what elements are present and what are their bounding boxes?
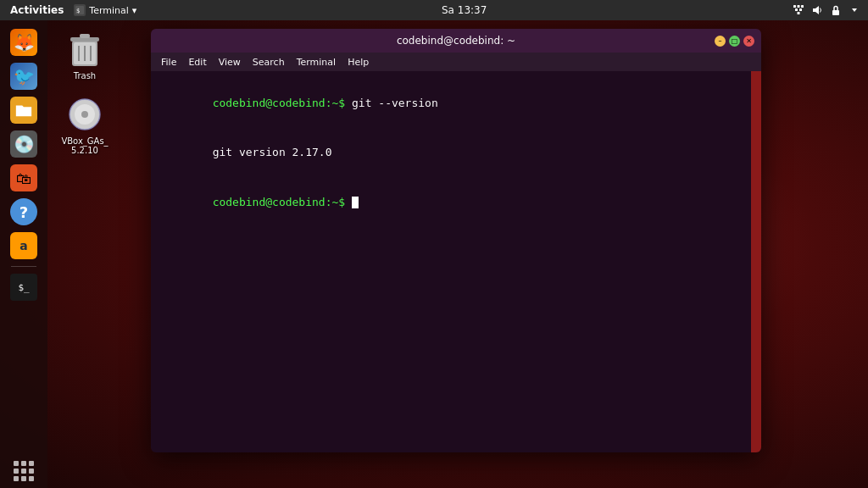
amazon-icon: a	[10, 232, 37, 259]
menu-terminal[interactable]: Terminal	[292, 55, 342, 69]
terminal-scrollbar[interactable]	[751, 71, 761, 452]
terminal-line-3: codebind@codebind:~$	[159, 177, 753, 227]
terminal-cursor	[352, 197, 359, 208]
svg-rect-14	[80, 34, 90, 38]
window-buttons: – □ ✕	[715, 36, 754, 47]
terminal-taskbar-label: Terminal	[89, 5, 129, 16]
menu-search[interactable]: Search	[248, 55, 290, 69]
dock-item-email[interactable]: 🐦	[7, 61, 41, 92]
dock-item-terminal[interactable]: $_	[7, 272, 41, 302]
dock-item-firefox[interactable]	[7, 27, 41, 58]
desktop-icon-trash[interactable]: Trash	[51, 25, 119, 84]
terminal-menubar: File Edit View Search Terminal Help	[151, 53, 761, 71]
system-menu-icon[interactable]	[848, 3, 861, 17]
svg-marker-8	[813, 6, 819, 14]
grid-dots-icon	[14, 461, 34, 481]
dock-item-amazon[interactable]: a	[7, 230, 41, 261]
terminal-titlebar: codebind@codebind: ~ – □ ✕	[151, 29, 761, 53]
terminal-taskbar-arrow[interactable]: ▾	[132, 5, 137, 16]
terminal-prompt-1: codebind@codebind:~$	[213, 97, 352, 109]
svg-rect-4	[801, 5, 804, 8]
dock-item-cdrom[interactable]: 💿	[7, 129, 41, 159]
desktop-icons: Trash VBox_GAs_5.2.10	[51, 25, 119, 165]
svg-rect-7	[797, 12, 799, 14]
terminal-taskbar-icon: $	[74, 4, 86, 16]
cdrom-icon: 💿	[10, 130, 37, 158]
terminal-indicator[interactable]: $ Terminal ▾	[74, 4, 136, 16]
terminal-prompt-2: codebind@codebind:~$	[213, 196, 352, 208]
email-icon: 🐦	[10, 63, 37, 90]
dock-item-files[interactable]	[7, 95, 41, 125]
menu-view[interactable]: View	[214, 55, 246, 69]
terminal-output-1: git version 2.17.0	[213, 146, 332, 158]
svg-rect-5	[795, 8, 798, 11]
topbar: Activities $ Terminal ▾ Sa 13:37	[0, 0, 868, 20]
close-button[interactable]: ✕	[743, 36, 754, 47]
terminal-dock-icon: $_	[10, 274, 37, 301]
svg-rect-2	[793, 5, 796, 8]
minimize-button[interactable]: –	[715, 36, 726, 47]
menu-file[interactable]: File	[156, 55, 181, 69]
svg-marker-10	[852, 8, 857, 12]
terminal-title: codebind@codebind: ~	[397, 35, 515, 47]
appstore-icon: 🛍	[10, 164, 37, 191]
help-icon: ?	[10, 198, 37, 225]
desktop-icon-vbox[interactable]: VBox_GAs_5.2.10	[51, 91, 119, 158]
terminal-line-1: codebind@codebind:~$ git --version	[159, 78, 753, 128]
svg-text:$: $	[76, 8, 80, 14]
vbox-label: VBox_GAs_5.2.10	[61, 136, 108, 155]
dock: 🐦 💿 🛍 ? a $_	[0, 20, 47, 488]
svg-rect-3	[797, 5, 799, 8]
terminal-cmd-1: git --version	[352, 97, 438, 109]
dock-item-appstore[interactable]: 🛍	[7, 163, 41, 193]
dock-divider	[11, 266, 36, 267]
maximize-button[interactable]: □	[729, 36, 740, 47]
lock-icon[interactable]	[829, 3, 843, 17]
trash-label: Trash	[74, 71, 96, 80]
dock-apps-grid-button[interactable]	[14, 458, 34, 481]
firefox-icon	[10, 29, 37, 56]
vbox-icon	[64, 94, 105, 135]
menu-help[interactable]: Help	[342, 55, 374, 69]
topbar-system-icons	[792, 3, 861, 17]
topbar-clock: Sa 13:37	[442, 4, 487, 16]
terminal-content[interactable]: codebind@codebind:~$ git --version git v…	[151, 71, 761, 452]
network-icon[interactable]	[792, 3, 805, 17]
files-icon	[10, 97, 37, 124]
terminal-window: codebind@codebind: ~ – □ ✕ File Edit Vie…	[151, 29, 761, 452]
desktop: Activities $ Terminal ▾ Sa 13:37	[0, 0, 868, 488]
svg-rect-9	[832, 10, 839, 15]
trash-icon	[64, 29, 105, 69]
terminal-line-2: git version 2.17.0	[159, 128, 753, 178]
menu-edit[interactable]: Edit	[183, 55, 211, 69]
volume-icon[interactable]	[810, 3, 824, 17]
svg-point-20	[81, 111, 88, 118]
activities-button[interactable]: Activities	[7, 4, 67, 16]
svg-rect-6	[799, 8, 802, 11]
dock-item-help[interactable]: ?	[7, 197, 41, 227]
